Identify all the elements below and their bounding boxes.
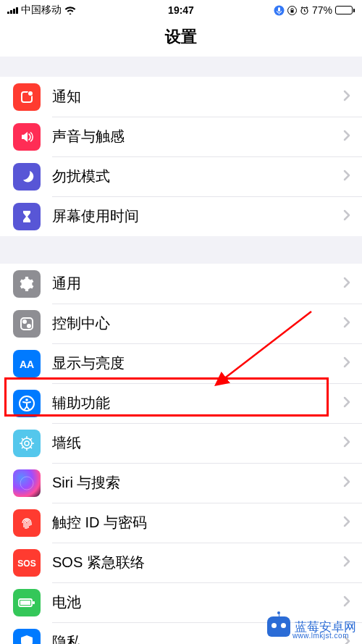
svg-point-13 bbox=[25, 398, 28, 401]
row-label: 辅助功能 bbox=[41, 393, 343, 413]
row-label: 控制中心 bbox=[41, 314, 343, 333]
privacy-icon bbox=[13, 629, 41, 645]
row-label: 电池 bbox=[41, 593, 343, 612]
chevron-right-icon bbox=[343, 209, 362, 224]
row-label: 触控 ID 与密码 bbox=[41, 513, 343, 532]
chevron-right-icon bbox=[343, 476, 362, 490]
row-label: Siri 与搜索 bbox=[41, 473, 343, 493]
status-time: 19:47 bbox=[168, 4, 194, 16]
display-icon: AA bbox=[13, 350, 41, 377]
watermark-url: www.lmkjst.com bbox=[292, 632, 349, 640]
row-display[interactable]: AA 显示与亮度 bbox=[0, 343, 362, 383]
chevron-right-icon bbox=[343, 90, 362, 104]
status-bar: 中国移动 19:47 77% bbox=[0, 0, 362, 20]
chevron-right-icon bbox=[343, 317, 362, 331]
row-dnd[interactable]: 勿扰模式 bbox=[0, 156, 362, 196]
row-control-center[interactable]: 控制中心 bbox=[0, 304, 362, 343]
row-siri[interactable]: Siri 与搜索 bbox=[0, 463, 362, 503]
svg-text:SOS: SOS bbox=[17, 559, 35, 569]
row-notifications[interactable]: 通知 bbox=[0, 77, 362, 117]
row-touchid[interactable]: 触控 ID 与密码 bbox=[0, 503, 362, 543]
signal-icon bbox=[7, 7, 18, 14]
chevron-right-icon bbox=[343, 170, 362, 184]
row-screentime[interactable]: 屏幕使用时间 bbox=[0, 196, 362, 236]
chevron-right-icon bbox=[343, 130, 362, 144]
row-wallpaper[interactable]: 墙纸 bbox=[0, 423, 362, 463]
row-label: 勿扰模式 bbox=[41, 167, 343, 186]
svg-text:AA: AA bbox=[20, 359, 34, 370]
general-icon bbox=[13, 270, 41, 298]
svg-rect-1 bbox=[278, 7, 280, 12]
settings-section-2: 通用 控制中心 AA 显示与亮度 辅助功能 墙纸 Siri 与搜索 bbox=[0, 264, 362, 644]
chevron-right-icon bbox=[343, 595, 362, 610]
dnd-icon bbox=[13, 163, 41, 191]
chevron-right-icon bbox=[343, 556, 362, 570]
row-label: 屏幕使用时间 bbox=[41, 206, 343, 226]
svg-rect-8 bbox=[21, 318, 33, 330]
page-title: 设置 bbox=[0, 20, 362, 57]
lock-icon bbox=[287, 6, 297, 15]
battery-row-icon bbox=[13, 589, 41, 616]
svg-point-7 bbox=[28, 91, 33, 96]
chevron-right-icon bbox=[343, 396, 362, 411]
watermark: 蓝莓安卓网 www.lmkjst.com bbox=[267, 616, 356, 637]
svg-point-9 bbox=[23, 320, 26, 323]
svg-point-16 bbox=[20, 477, 33, 490]
svg-rect-3 bbox=[290, 10, 293, 13]
chevron-right-icon bbox=[343, 277, 362, 291]
row-general[interactable]: 通用 bbox=[0, 264, 362, 304]
chevron-right-icon bbox=[343, 436, 362, 451]
battery-pct: 77% bbox=[312, 4, 332, 16]
wallpaper-icon bbox=[13, 430, 41, 457]
chevron-right-icon bbox=[343, 516, 362, 530]
carrier-label: 中国移动 bbox=[21, 4, 62, 17]
row-label: 通知 bbox=[41, 87, 343, 106]
row-label: 声音与触感 bbox=[41, 127, 343, 146]
status-right: 77% bbox=[274, 4, 355, 16]
siri-icon bbox=[13, 469, 41, 497]
notifications-icon bbox=[13, 83, 41, 111]
row-label: 墙纸 bbox=[41, 433, 343, 453]
voice-icon bbox=[274, 5, 285, 16]
row-sounds[interactable]: 声音与触感 bbox=[0, 117, 362, 156]
row-label: SOS 紧急联络 bbox=[41, 553, 343, 572]
sos-icon: SOS bbox=[13, 549, 41, 577]
alarm-icon bbox=[300, 6, 309, 15]
row-label: 显示与亮度 bbox=[41, 354, 343, 373]
settings-section-1: 通知 声音与触感 勿扰模式 屏幕使用时间 bbox=[0, 77, 362, 236]
screentime-icon bbox=[13, 203, 41, 230]
touchid-icon bbox=[13, 509, 41, 537]
svg-rect-19 bbox=[20, 601, 30, 605]
sounds-icon bbox=[13, 123, 41, 151]
control-center-icon bbox=[13, 310, 41, 338]
chevron-right-icon bbox=[343, 356, 362, 371]
status-left: 中国移动 bbox=[7, 4, 76, 17]
svg-point-10 bbox=[28, 325, 30, 327]
wifi-icon bbox=[64, 6, 76, 14]
row-accessibility[interactable]: 辅助功能 bbox=[0, 383, 362, 423]
battery-icon bbox=[335, 6, 355, 14]
svg-rect-20 bbox=[33, 601, 35, 604]
accessibility-icon bbox=[13, 390, 41, 417]
svg-point-14 bbox=[25, 441, 29, 446]
row-label: 通用 bbox=[41, 274, 343, 293]
row-sos[interactable]: SOS SOS 紧急联络 bbox=[0, 543, 362, 582]
